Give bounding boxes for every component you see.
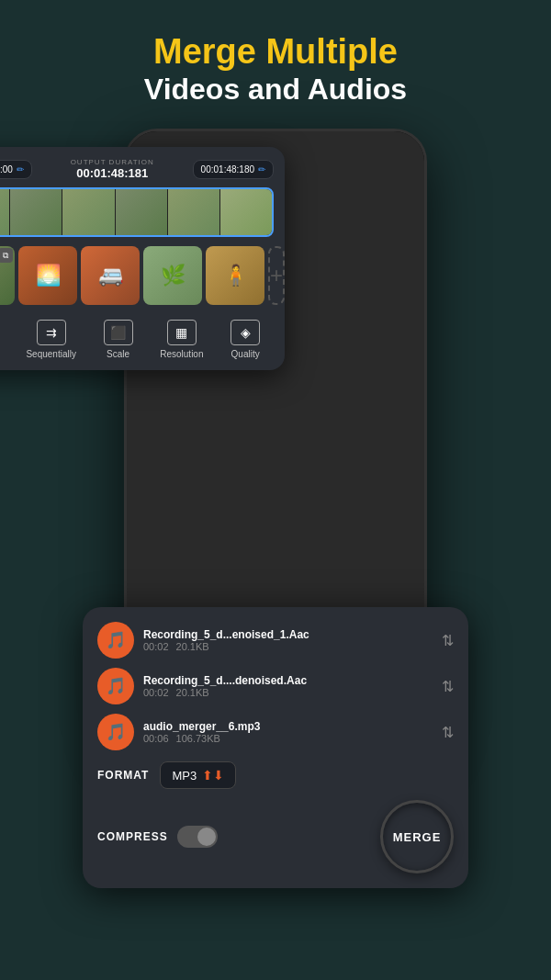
toolbar-sequentially-label: Sequentially bbox=[26, 349, 75, 359]
audio-meta-3: 00:06 106.73KB bbox=[143, 733, 433, 744]
merge-button[interactable]: MERGE bbox=[380, 800, 454, 873]
thumbnails-row: × ⧉ 🏔 🌅 🚐 🌿 🧍 + bbox=[0, 246, 274, 305]
toolbar-quality[interactable]: ◈ Quality bbox=[231, 320, 260, 359]
audio-meta-2: 00:02 20.1KB bbox=[143, 687, 433, 698]
compress-toggle[interactable] bbox=[177, 826, 218, 848]
film-frame-1 bbox=[0, 189, 10, 235]
thumbnail-2-image: 🌅 bbox=[18, 246, 77, 305]
audio-info-2: Recording_5_d....denoised.Aac 00:02 20.1… bbox=[143, 674, 433, 698]
sort-icon-2[interactable]: ⇅ bbox=[442, 678, 454, 695]
film-frame-3 bbox=[62, 189, 115, 235]
audio-item-2: 🎵 Recording_5_d....denoised.Aac 00:02 20… bbox=[97, 668, 454, 704]
audio-name-1: Recording_5_d...enoised_1.Aac bbox=[143, 628, 433, 641]
end-time-box[interactable]: 00:01:48:180 ✏ bbox=[193, 160, 274, 179]
add-thumbnail-btn[interactable]: + bbox=[268, 246, 285, 305]
format-row: FORMAT MP3 ⬆⬇ bbox=[97, 761, 454, 789]
header-title-line1: Merge Multiple bbox=[0, 33, 551, 72]
toolbar-resolution[interactable]: ▦ Resolution bbox=[160, 320, 203, 359]
quality-icon: ◈ bbox=[231, 320, 260, 345]
header-section: Merge Multiple Videos and Audios bbox=[0, 0, 551, 125]
editor-toolbar: ♪ Music ⇉ Sequentially ⬛ Scale ▦ Resolut… bbox=[0, 314, 274, 359]
sequentially-icon: ⇉ bbox=[37, 320, 66, 345]
compress-row: COMPRESS bbox=[97, 826, 218, 848]
output-duration-label: OUTPUT DURATION bbox=[71, 158, 154, 166]
audio-meta-1: 00:02 20.1KB bbox=[143, 641, 433, 652]
audio-info-1: Recording_5_d...enoised_1.Aac 00:02 20.1… bbox=[143, 628, 433, 652]
audio-name-3: audio_merger__6.mp3 bbox=[143, 720, 433, 733]
format-label: FORMAT bbox=[97, 769, 149, 782]
audio-info-3: audio_merger__6.mp3 00:06 106.73KB bbox=[143, 720, 433, 744]
film-strip bbox=[0, 187, 274, 237]
output-duration-display: OUTPUT DURATION 00:01:48:181 bbox=[71, 158, 154, 180]
timeline-controls: 00:00:00:00 ✏ OUTPUT DURATION 00:01:48:1… bbox=[0, 158, 274, 180]
format-value: MP3 bbox=[172, 769, 197, 783]
start-time-box[interactable]: 00:00:00:00 ✏ bbox=[0, 160, 32, 179]
end-time-value: 00:01:48:180 bbox=[201, 164, 254, 175]
audio-item-1: 🎵 Recording_5_d...enoised_1.Aac 00:02 20… bbox=[97, 622, 454, 659]
audio-size-1: 20.1KB bbox=[176, 641, 209, 652]
film-frame-6 bbox=[220, 189, 272, 235]
film-frame-5 bbox=[168, 189, 220, 235]
audio-merge-card: 🎵 Recording_5_d...enoised_1.Aac 00:02 20… bbox=[83, 607, 468, 888]
start-time-edit-icon[interactable]: ✏ bbox=[17, 164, 24, 175]
audio-icon-2: 🎵 bbox=[97, 668, 134, 704]
thumbnail-1[interactable]: × ⧉ 🏔 bbox=[0, 246, 15, 305]
toolbar-quality-label: Quality bbox=[231, 349, 260, 359]
thumbnail-2[interactable]: 🌅 bbox=[18, 246, 77, 305]
sort-icon-3[interactable]: ⇅ bbox=[442, 724, 454, 741]
toolbar-scale[interactable]: ⬛ Scale bbox=[104, 320, 133, 359]
thumbnail-4[interactable]: 🌿 bbox=[143, 246, 202, 305]
audio-duration-1: 00:02 bbox=[143, 641, 169, 652]
output-duration-value: 00:01:48:181 bbox=[71, 166, 154, 180]
toolbar-resolution-label: Resolution bbox=[160, 349, 203, 359]
end-time-edit-icon[interactable]: ✏ bbox=[258, 164, 265, 175]
toolbar-sequentially[interactable]: ⇉ Sequentially bbox=[26, 320, 75, 359]
resolution-icon: ▦ bbox=[167, 320, 197, 345]
film-frame-4 bbox=[116, 189, 168, 235]
format-arrow-icon: ⬆⬇ bbox=[202, 768, 224, 783]
sort-icon-1[interactable]: ⇅ bbox=[442, 632, 454, 649]
audio-size-3: 106.73KB bbox=[176, 733, 220, 744]
audio-item-3: 🎵 audio_merger__6.mp3 00:06 106.73KB ⇅ bbox=[97, 714, 454, 750]
audio-name-2: Recording_5_d....denoised.Aac bbox=[143, 674, 433, 687]
header-title-line2: Videos and Audios bbox=[0, 72, 551, 107]
merge-row: COMPRESS MERGE bbox=[97, 800, 454, 873]
scale-icon: ⬛ bbox=[104, 320, 133, 345]
thumbnail-3-image: 🚐 bbox=[81, 246, 140, 305]
audio-size-2: 20.1KB bbox=[176, 687, 209, 698]
thumbnail-copy-btn[interactable]: ⧉ bbox=[0, 248, 13, 263]
thumbnail-4-image: 🌿 bbox=[143, 246, 202, 305]
thumbnail-5-image: 🧍 bbox=[206, 246, 264, 305]
thumbnail-5[interactable]: 🧍 bbox=[206, 246, 264, 305]
thumbnail-3[interactable]: 🚐 bbox=[81, 246, 140, 305]
audio-duration-3: 00:06 bbox=[143, 733, 169, 744]
film-frame-2 bbox=[10, 189, 62, 235]
audio-duration-2: 00:02 bbox=[143, 687, 169, 698]
audio-icon-1: 🎵 bbox=[97, 622, 134, 659]
audio-icon-3: 🎵 bbox=[97, 714, 134, 750]
toolbar-scale-label: Scale bbox=[107, 349, 129, 359]
compress-label: COMPRESS bbox=[97, 830, 168, 843]
video-editor-card: 00:00:00:00 ✏ OUTPUT DURATION 00:01:48:1… bbox=[0, 147, 285, 370]
toggle-knob bbox=[197, 828, 216, 846]
format-select[interactable]: MP3 ⬆⬇ bbox=[160, 761, 236, 789]
start-time-value: 00:00:00:00 bbox=[0, 164, 13, 175]
